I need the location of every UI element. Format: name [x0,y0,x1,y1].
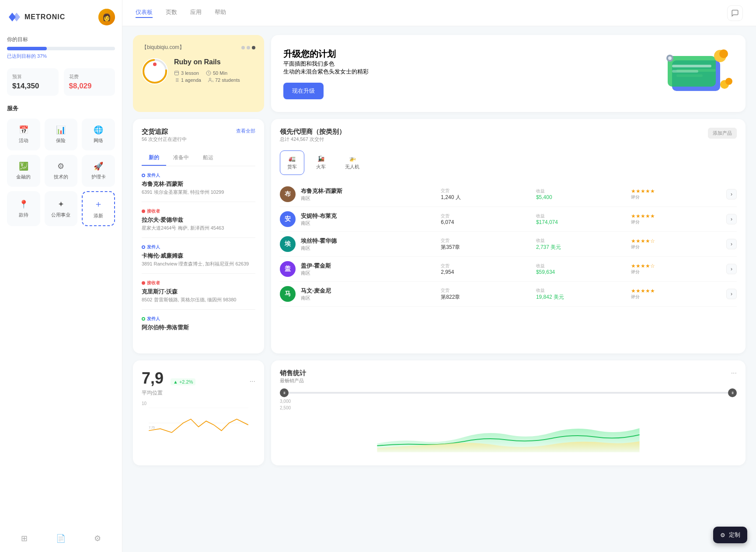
tab-new[interactable]: 新的 [142,150,166,166]
agent-stars-1: ★★★★★ [631,213,721,219]
agent-arrow-1[interactable]: › [726,214,737,224]
course-main: Ruby on Rails 3 lesson 50 Min [142,58,255,84]
course-dots [241,46,255,49]
nav-pages[interactable]: 页数 [166,8,177,18]
upgrade-desc: 平面插图和我们多色 生动的未混合紫色头发女士的精彩 [283,60,369,76]
user-avatar[interactable]: 👩 [98,9,115,25]
agent-trans-label-0: 交货 [441,188,531,194]
course-logo [142,58,168,84]
agent-card: 领先代理商（按类别） 总计 424,567 次交付 添加产品 🚛 货车 🚂 火车 [271,119,746,353]
agent-region-0: 南区 [301,195,435,202]
agent-rating-0: ★★★★★ 评分 [631,188,721,200]
agent-arrow-0[interactable]: › [726,189,737,199]
chat-icon-button[interactable] [727,5,743,21]
add-product-button[interactable]: 添加产品 [708,128,737,139]
agent-trans-label-1: 交货 [441,213,531,219]
settings-icon[interactable]: ⚙ [94,534,101,543]
agent-eval-label-4: 评分 [631,294,721,300]
transport-drone[interactable]: 🚁 无人机 [338,150,367,175]
agent-region-4: 南区 [301,295,435,301]
range-track: ⏸ ⏸ [280,392,737,394]
nav-apps[interactable]: 应用 [190,8,202,18]
add-service-button[interactable]: ＋ 添新 [82,191,115,226]
customize-icon: ⚙ [720,532,725,538]
service-公用事业[interactable]: ✦ 公用事业 [45,191,78,226]
agent-row-0: 布 布鲁克林-西蒙斯 南区 交货 1,240 人 收益 $5,400 [280,182,737,207]
document-icon[interactable]: 📄 [56,534,66,543]
progress-text: 已达到目标的 37% [7,53,115,59]
svg-rect-15 [672,65,711,67]
dot-2 [247,46,250,49]
upgrade-button[interactable]: 现在升级 [283,83,324,99]
sales-y-labels: 3,000 2,500 [280,399,737,410]
agent-rev-value-4: 19,842 美元 [536,293,626,301]
range-thumb-right[interactable]: ⏸ [728,388,737,397]
delivery-card-header: 交货追踪 56 次交付正在进行中 查看全部 [142,128,255,149]
svg-point-20 [725,78,732,85]
agent-rev-value-3: $59,634 [536,269,626,275]
agent-row-2: 埃 埃丝特-霍华德 南区 交货 第357章 收益 2,737 美元 [280,232,737,257]
agent-revenue-4: 收益 19,842 美元 [536,287,626,301]
sender-dot-1 [142,174,145,177]
sales-dots[interactable]: ··· [731,369,737,377]
service-活动[interactable]: 📅 活动 [7,119,40,150]
main: 仪表板 页数 应用 帮助 【biqubiqiu.com】 [122,0,756,552]
delivery-item-4: 接收者 克里斯汀-沃森 8502 普雷斯顿路, 英格尔伍德, 缅因州 98380 [142,280,255,310]
service-网络[interactable]: 🌐 网络 [82,119,115,150]
agent-region-2: 南区 [301,245,435,252]
agent-arrow-2[interactable]: › [726,239,737,249]
service-护理卡[interactable]: 🚀 护理卡 [82,155,115,187]
rocket-icon: 🚀 [94,161,103,171]
sender-dot-3 [142,245,145,249]
service-款待[interactable]: 📍 款待 [7,191,40,226]
agent-name-3: 盖伊-霍金斯 [301,262,435,270]
service-技术的[interactable]: ⚙ 技术的 [45,155,78,187]
delivery-name-3: 卡梅伦-威廉姆森 [142,252,255,260]
expense-label: 花费 [69,73,110,80]
customize-button[interactable]: ⚙ 定制 [713,527,747,543]
meta-students: 72 students [208,77,240,83]
network-icon: 🌐 [94,125,103,135]
service-label-网络: 网络 [94,137,103,144]
service-金融的[interactable]: 💹 金融的 [7,155,40,187]
transport-truck[interactable]: 🚛 货车 [280,150,304,175]
goal-section: 你的目标 已达到目标的 37% [7,36,115,59]
transport-train[interactable]: 🚂 火车 [309,150,333,175]
delivery-title-area: 交货追踪 56 次交付正在进行中 [142,128,187,149]
agent-trans-value-4: 第822章 [441,293,531,301]
service-label-金融的: 金融的 [16,174,31,180]
range-thumb-left[interactable]: ⏸ [280,388,289,397]
services-title: 服务 [7,105,115,112]
agent-name-area-4: 马文-麦金尼 南区 [301,287,435,301]
tab-preparing[interactable]: 准备中 [166,150,196,166]
sales-y-2500: 2,500 [280,405,737,410]
nav-dashboard[interactable]: 仪表板 [136,8,153,18]
delivery-view-all[interactable]: 查看全部 [236,128,255,134]
budget-card: 预算 $14,350 [7,68,59,96]
range-slider-area: ⏸ ⏸ [280,392,737,394]
delivery-tabs: 新的 准备中 船运 [142,150,255,166]
delivery-address-4: 8502 普雷斯顿路, 英格尔伍德, 缅因州 98380 [142,297,255,303]
stat-dots[interactable]: ··· [250,377,255,385]
agent-rev-label-1: 收益 [536,213,626,219]
service-保险[interactable]: 📊 保险 [45,119,78,150]
layers-icon[interactable]: ⊞ [21,534,28,543]
delivery-item-1: 发件人 布鲁克林-西蒙斯 6391 埃尔金圣塞莱斯, 特拉华州 10299 [142,172,255,202]
svg-rect-16 [672,70,698,73]
agent-arrow-3[interactable]: › [726,264,737,274]
agent-arrow-4[interactable]: › [726,289,737,299]
tab-shipping[interactable]: 船运 [196,150,220,166]
agent-name-1: 安妮特-布莱克 [301,212,435,220]
topnav-right [727,5,743,21]
stat-chart-svg: 7.75 [142,408,255,438]
users-icon [208,77,213,83]
agent-eval-label-1: 评分 [631,219,721,225]
customize-label: 定制 [729,531,740,539]
agent-name-0: 布鲁克林-西蒙斯 [301,187,435,195]
agent-trans-value-3: 2,954 [441,269,531,275]
agent-avatar-3: 盖 [280,261,296,277]
nav-help[interactable]: 帮助 [215,8,226,18]
course-card: 【biqubiqiu.com】 [133,35,264,112]
delivery-role-5: 发件人 [142,316,255,322]
agent-trans-value-0: 1,240 人 [441,194,531,201]
